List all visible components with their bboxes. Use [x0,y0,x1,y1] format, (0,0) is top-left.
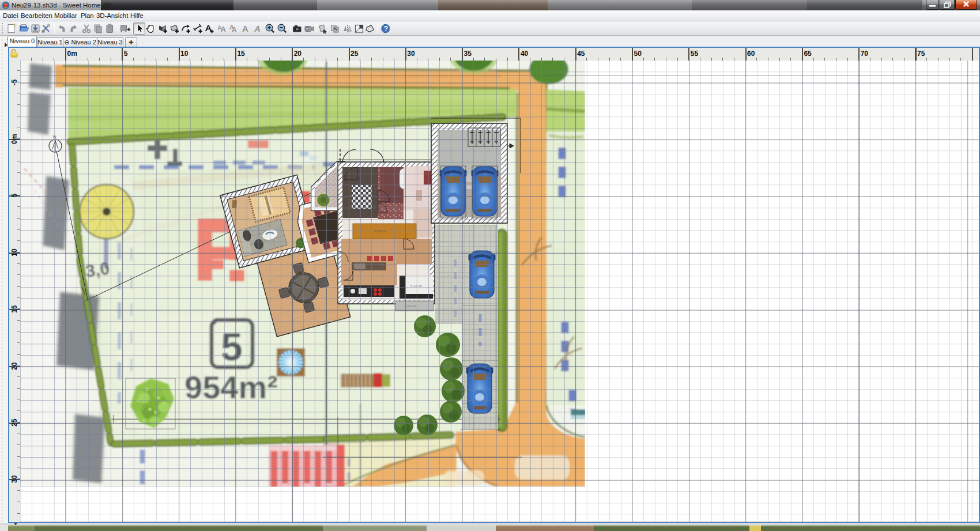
svg-text:A: A [221,25,226,33]
svg-text:A: A [242,24,248,33]
svg-text:A: A [232,26,237,34]
svg-text:?: ? [384,25,388,33]
svg-text:A: A [254,24,261,33]
